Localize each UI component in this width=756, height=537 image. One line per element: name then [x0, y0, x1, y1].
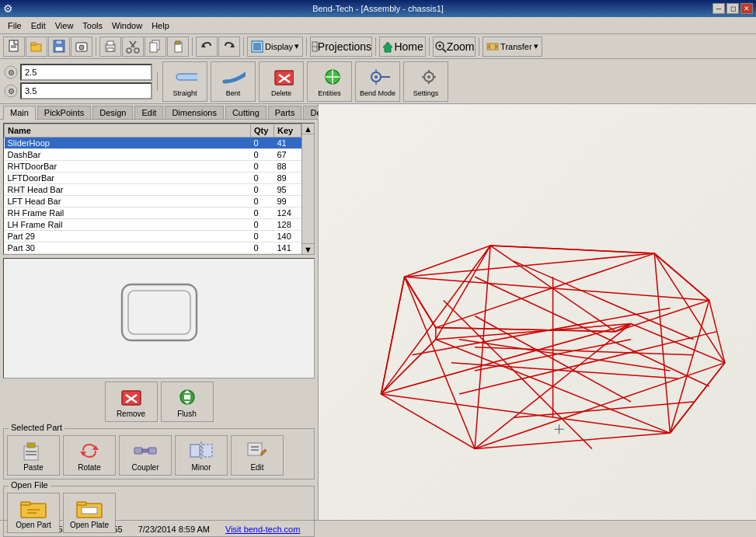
- svg-line-124: [459, 332, 717, 394]
- tab-main[interactable]: Main: [3, 106, 36, 120]
- dim-input-1[interactable]: [20, 64, 152, 81]
- table-row[interactable]: Part 300141: [5, 242, 301, 254]
- settings-tool-button[interactable]: Settings: [403, 61, 448, 102]
- edit-part-button[interactable]: Edit: [231, 435, 284, 476]
- paste-part-button[interactable]: Paste: [7, 435, 60, 476]
- table-row[interactable]: DashBar067: [5, 149, 301, 161]
- svg-point-51: [375, 75, 378, 78]
- svg-line-106: [405, 277, 475, 448]
- bend-mode-label: Bend Mode: [360, 89, 395, 97]
- flush-button[interactable]: Flush: [161, 382, 214, 422]
- svg-rect-7: [55, 47, 63, 51]
- svg-rect-69: [26, 451, 37, 452]
- bend-mode-tool-button[interactable]: Bend Mode: [355, 61, 400, 102]
- parts-table-scroll[interactable]: Name Qty Key SliderHoop041DashBar067RHTD…: [4, 124, 301, 254]
- new-button[interactable]: [3, 37, 25, 57]
- dim-input-2[interactable]: [20, 82, 152, 99]
- menu-edit[interactable]: Edit: [26, 19, 51, 32]
- settings-label: Settings: [413, 89, 439, 97]
- delete-label: Delete: [271, 89, 291, 97]
- svg-line-95: [709, 300, 725, 362]
- table-row[interactable]: RHTDoorBar088: [5, 161, 301, 173]
- projections-button[interactable]: Projections: [310, 37, 372, 57]
- svg-line-107: [381, 246, 490, 394]
- toolbar1: Display ▾ Projections Home Zoom Transfer…: [0, 34, 756, 59]
- svg-line-122: [475, 277, 709, 386]
- straight-tool-button[interactable]: Straight: [162, 61, 207, 102]
- tab-pickpoints[interactable]: PickPoints: [37, 106, 91, 119]
- bent-tool-button[interactable]: Bent: [211, 61, 256, 102]
- rotate-icon: [77, 440, 102, 462]
- tab-design[interactable]: Design: [92, 106, 133, 119]
- remove-label: Remove: [117, 410, 145, 418]
- svg-rect-59: [128, 291, 190, 334]
- table-row[interactable]: SliderHoop041: [5, 138, 301, 149]
- window-title: Bend-Tech - [Assembly - chassis1]: [0, 4, 756, 13]
- cut-button[interactable]: [122, 37, 144, 57]
- screenshot-button[interactable]: [71, 37, 92, 57]
- table-row[interactable]: RHT Head Bar095: [5, 184, 301, 196]
- table-row[interactable]: LFT Head Bar099: [5, 196, 301, 207]
- transfer-dropdown[interactable]: Transfer ▾: [483, 37, 542, 57]
- menu-help[interactable]: Help: [147, 19, 174, 32]
- table-row[interactable]: RH Frame Rail0124: [5, 207, 301, 219]
- copy-button[interactable]: [145, 37, 166, 57]
- parts-table-wrapper[interactable]: Name Qty Key SliderHoop041DashBar067RHTD…: [3, 123, 315, 255]
- menu-tools[interactable]: Tools: [78, 19, 107, 32]
- remove-button[interactable]: Remove: [105, 382, 158, 422]
- home-button[interactable]: Home: [379, 37, 426, 57]
- edit-icon: [245, 440, 270, 462]
- tab-cutting[interactable]: Cutting: [225, 106, 267, 119]
- table-row[interactable]: LH Frame Rail0128: [5, 219, 301, 231]
- svg-rect-81: [251, 449, 259, 451]
- open-part-button[interactable]: Open Part: [7, 493, 60, 533]
- svg-rect-84: [21, 502, 30, 505]
- menu-view[interactable]: View: [51, 19, 78, 32]
- menu-file[interactable]: File: [3, 19, 26, 32]
- svg-rect-11: [107, 41, 113, 45]
- menu-window[interactable]: Window: [107, 19, 147, 32]
- selected-part-buttons: Paste Rotate: [7, 435, 311, 476]
- tab-dimensions[interactable]: Dimensions: [165, 106, 223, 119]
- open-plate-button[interactable]: Open Plate: [63, 493, 116, 533]
- edit-label: Edit: [250, 463, 263, 472]
- svg-text:⚙: ⚙: [8, 87, 15, 96]
- svg-line-125: [381, 277, 404, 394]
- table-scrollbar[interactable]: ▲ ▼: [301, 124, 314, 254]
- tab-main-content: Name Qty Key SliderHoop041DashBar067RHTD…: [0, 119, 318, 537]
- save-button[interactable]: [48, 37, 70, 57]
- rotate-button[interactable]: Rotate: [63, 435, 116, 476]
- restore-button[interactable]: ◻: [726, 3, 739, 14]
- table-row[interactable]: LFTDoorBar089: [5, 173, 301, 184]
- redo-button[interactable]: [218, 37, 240, 57]
- open-button[interactable]: [26, 37, 47, 57]
- tab-edit[interactable]: Edit: [134, 106, 163, 119]
- print-button[interactable]: [99, 37, 121, 57]
- right-panel[interactable]: [319, 104, 756, 520]
- undo-button[interactable]: [196, 37, 218, 57]
- dimension-group: ⚙ ⚙: [3, 64, 152, 99]
- flush-icon: [175, 386, 200, 408]
- table-row[interactable]: Part 290140: [5, 231, 301, 242]
- app-icon: ⚙: [3, 2, 13, 15]
- svg-rect-74: [148, 448, 156, 454]
- paste-label: Paste: [23, 463, 44, 472]
- settings-icon: [413, 66, 438, 88]
- close-button[interactable]: ✕: [740, 3, 753, 14]
- delete-tool-button[interactable]: Delete: [259, 61, 304, 102]
- tab-parts[interactable]: Parts: [268, 106, 302, 119]
- svg-rect-77: [203, 445, 212, 457]
- zoom-button[interactable]: Zoom: [433, 37, 476, 57]
- svg-rect-67: [24, 446, 38, 460]
- display-dropdown[interactable]: Display ▾: [247, 37, 303, 57]
- minimize-button[interactable]: ─: [712, 3, 725, 14]
- col-qty: Qty: [251, 124, 274, 138]
- svg-rect-70: [26, 454, 37, 455]
- svg-marker-28: [383, 42, 392, 52]
- mirror-button[interactable]: Minor: [175, 435, 228, 476]
- 3d-viewport[interactable]: [319, 104, 756, 520]
- entities-tool-button[interactable]: Entities: [307, 61, 352, 102]
- paste-button[interactable]: [167, 37, 189, 57]
- coupler-button[interactable]: Coupler: [119, 435, 172, 476]
- svg-point-16: [134, 48, 139, 53]
